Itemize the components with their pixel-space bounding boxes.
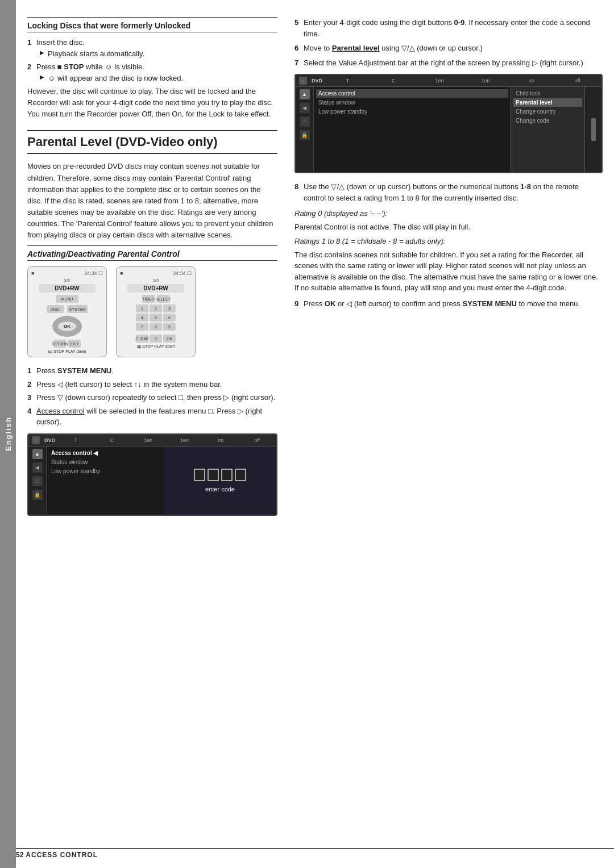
list-item: 3 Press ▽ (down cursor) repeatedly to se… [27, 392, 277, 403]
locking-body: However, the disc will continue to play.… [27, 86, 277, 120]
remote-timer-select: TIMER SELECT [120, 295, 192, 303]
page-footer: 52 ACCESS CONTROL [16, 848, 614, 859]
remote-ok-ring: OK [52, 316, 82, 337]
menu-btn: MENU [56, 295, 78, 303]
num1: 1 [136, 304, 148, 312]
dvd-label-2: DVD [312, 78, 322, 84]
toolbar-t: T [60, 437, 92, 443]
tv-sidebar-1: ▲ ◀ □ 🔒 [28, 446, 47, 515]
tv-menu-access: Access control ◀ [49, 449, 161, 457]
side-tab-label: English [4, 417, 13, 452]
side-tab: English [0, 0, 16, 868]
rating-note-1-8-text: The disc contains scenes not suitable fo… [294, 249, 603, 294]
toolbar-t-2: T [327, 78, 368, 84]
remote-image-1: ■ 34:34 ☐ 3/6 DVD+RW MENU DISC SYSTEM OK [27, 266, 107, 357]
remote-images: ■ 34:34 ☐ 3/6 DVD+RW MENU DISC SYSTEM OK [27, 266, 277, 357]
num7: 7 [136, 323, 148, 331]
toolbar-off: off [241, 437, 273, 443]
code-box-1 [194, 469, 205, 481]
tv-menu-access-2: Access control [316, 89, 508, 98]
timer-btn: TIMER [142, 295, 155, 303]
tv-sidebar-person-2: ▲ [300, 89, 310, 99]
tv-menu-status: Status window [49, 458, 161, 466]
num5: 5 [150, 314, 162, 322]
footer-page-number: 52 [16, 851, 23, 859]
parental-heading: Parental Level (DVD-Video only) [27, 130, 277, 154]
sub-item: Playback starts automatically. [36, 48, 277, 60]
section-activating: Activating/Deactivating Parental Control… [27, 245, 277, 516]
enter-code-label: enter code [205, 486, 235, 493]
section-locking-heading: Locking Discs that were formerly Unlocke… [27, 21, 277, 32]
toolbar-c-2: C [373, 78, 414, 84]
toolbar-1en: 1en [132, 437, 164, 443]
tv-content-1: ▲ ◀ □ 🔒 Access control ◀ Status window L… [28, 446, 276, 515]
toolbar-1en2: 1en [169, 437, 201, 443]
main-content: Locking Discs that were formerly Unlocke… [16, 0, 614, 868]
section-locking-discs: Locking Discs that were formerly Unlocke… [27, 17, 277, 120]
dvd-label: DVD [44, 437, 55, 443]
tv-sidebar-person: ▲ [32, 449, 43, 459]
tv-enter-code: enter code [164, 446, 276, 515]
tv-screen-2: ↑↓ DVD T C 1en 1en no off ▲ ◀ □ 🔒 [294, 74, 603, 173]
tv-menu-status-2: Status window [316, 98, 508, 107]
toolbar-1en-2: 1en [419, 78, 460, 84]
num2: 2 [150, 304, 162, 312]
num6: 6 [163, 314, 176, 322]
toolbar-1en2-2: 1en [465, 78, 507, 84]
right-steps-8: 8 Use the ▽/△ (down or up cursor) button… [294, 181, 603, 203]
tv-sidebar-speaker-2: ◀ [300, 103, 310, 113]
exit-btn: EXIT [68, 340, 81, 348]
tv-sidebar-lock: 🔒 [32, 490, 43, 500]
list-item: 1 Insert the disc. Playback starts autom… [27, 37, 277, 59]
remote-brand-2: DVD+RW [127, 284, 185, 293]
list-item: 1 Press SYSTEM MENU. [27, 365, 277, 377]
list-item: 2 Press ■ STOP while ☺ is visible. ☺ wil… [27, 61, 277, 84]
code-boxes [194, 469, 246, 481]
list-item: 2 Press ◁ (left cursor) to select ↑↓ in … [27, 379, 277, 390]
tv-content-2: ▲ ◀ □ 🔒 Access control Status window Low… [296, 87, 601, 172]
remote-nav-btns: RETURN EXIT [53, 340, 81, 348]
zero-btn: 0 [150, 335, 162, 343]
remote-top-btns: MENU [31, 295, 103, 303]
remote-playback-2: up STOP PLAY down [137, 344, 175, 348]
rating-note-0-text: Parental Control is not active. The disc… [294, 222, 603, 233]
activating-steps: 1 Press SYSTEM MENU. 2 Press ◁ (left cur… [27, 365, 277, 428]
code-box-3 [221, 469, 233, 481]
sub-item: ☺ will appear and the disc is now locked… [36, 73, 277, 84]
tv-screen-1: ↑↓ DVD T C 1en 1en no off ▲ ◀ □ [27, 433, 277, 516]
tv-scrollbar [584, 87, 601, 172]
activating-heading: Activating/Deactivating Parental Control [27, 249, 277, 261]
submenu-changecountry: Change country [513, 107, 582, 116]
remote-brand-1: DVD+RW [39, 284, 96, 293]
tv-sidebar-2: ▲ ◀ □ 🔒 [296, 87, 314, 172]
code-box-2 [208, 469, 219, 481]
clear-btn: CLEAR [136, 335, 148, 343]
list-item: 7 Select the Value Adjustment bar at the… [294, 57, 603, 69]
code-box-4 [235, 469, 246, 481]
list-item: 4 Access control will be selected in the… [27, 406, 277, 428]
list-item: 9 Press OK or ◁ (left cursor) to confirm… [294, 298, 603, 310]
toolbar-off-2: off [557, 78, 598, 84]
tv-toolbar-1: ↑↓ DVD T C 1en 1en no off [28, 435, 276, 446]
num8: 8 [150, 323, 162, 331]
tv-menu-lowpower-2: Low power standby [316, 107, 508, 116]
toolbar-no: no [205, 437, 237, 443]
submenu-parentallevel: Parental level [513, 98, 582, 107]
tv-submenu: Child lock Parental level Change country… [511, 87, 584, 172]
num9: 9 [163, 323, 176, 331]
parental-body: Movies on pre-recorded DVD discs may con… [27, 161, 277, 241]
right-steps-9: 9 Press OK or ◁ (left cursor) to confirm… [294, 298, 603, 310]
toolbar-no-2: no [511, 78, 552, 84]
tv-sidebar-monitor: □ [32, 476, 43, 486]
numpad: 1 2 3 4 5 6 7 8 9 [136, 304, 176, 331]
list-item: 5 Enter your 4-digit code using the digi… [294, 17, 603, 39]
system-btn: SYSTEM [67, 305, 88, 313]
tv-sidebar-monitor-2: □ [300, 116, 310, 127]
toolbar-icon: ↑↓ [32, 436, 40, 444]
tv-menu-lowpower: Low power standby [49, 467, 161, 475]
remote-top: ■ 34:34 ☐ [31, 270, 103, 276]
rating-note-1-8-label: Ratings 1 to 8 (1 = childsafe - 8 = adul… [294, 236, 603, 247]
footer-section-label: ACCESS CONTROL [26, 851, 98, 859]
submenu-childlock: Child lock [513, 89, 582, 98]
right-steps-5-7: 5 Enter your 4-digit code using the digi… [294, 17, 603, 68]
